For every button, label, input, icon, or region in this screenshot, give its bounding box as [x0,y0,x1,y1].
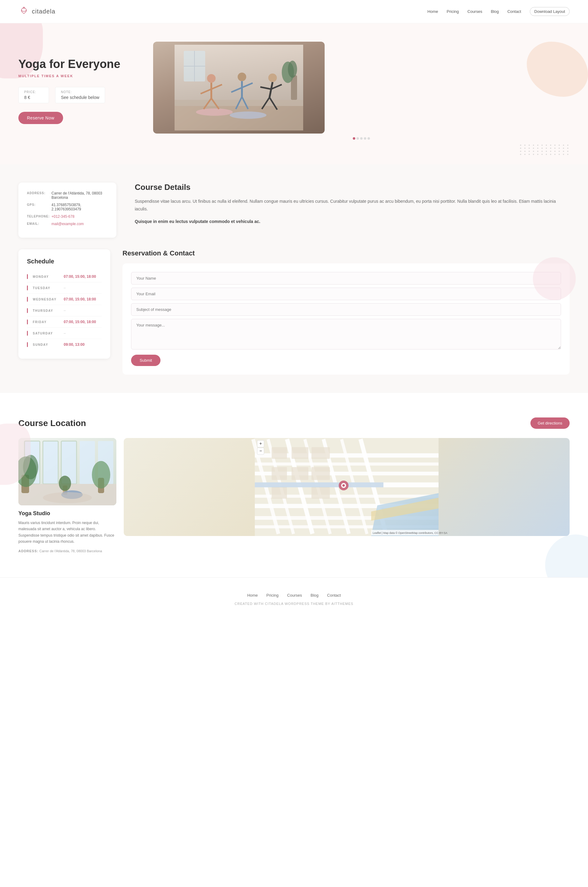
day-monday: MONDAY [33,275,59,278]
footer-nav-contact[interactable]: Contact [327,593,341,597]
studio-address-label: ADDRESS: [18,549,38,553]
address-label: ADDRESS: [27,191,51,195]
top-content-grid: ADDRESS: Carrer de l'Atlàntida, 78, 0800… [18,183,570,246]
nav-blog[interactable]: Blog [491,9,499,14]
nav-download-layout[interactable]: Download Layout [530,7,570,16]
studio-address-value: Carrer de l'Atlàntida, 78, 08003 Barcelo… [39,549,102,553]
svg-rect-71 [291,447,308,459]
info-card: ADDRESS: Carrer de l'Atlàntida, 78, 0800… [18,183,116,238]
decorative-dot [554,151,555,152]
header: citadela Home Pricing Courses Blog Conta… [0,0,588,23]
schedule-card: Schedule MONDAY 07:00, 15:00, 18:00 TUES… [18,249,110,359]
schedule-title: Schedule [27,258,102,265]
note-box: NOTE: See schedule below [55,87,105,103]
time-tuesday: – [64,286,66,290]
map-container[interactable]: + − Leaflet | Map data © OpenStreetMap c… [124,438,570,536]
nav-contact[interactable]: Contact [507,9,521,14]
decorative-dot [546,154,547,155]
studio-address: ADDRESS: Carrer de l'Atlàntida, 78, 0800… [18,549,116,553]
decorative-dot [533,151,534,152]
note-label: NOTE: [61,90,99,94]
decorative-dot [529,151,530,152]
decorative-dot [554,148,555,149]
address-value: Carrer de l'Atlàntida, 78, 08003 Barcelo… [51,191,108,200]
decorative-dot [550,154,551,155]
nav-pricing[interactable]: Pricing [447,9,459,14]
svg-text:−: − [260,449,262,453]
decorative-dot [567,151,568,152]
get-directions-button[interactable]: Get directions [530,417,570,429]
svg-point-13 [207,74,216,83]
svg-rect-33 [43,441,58,484]
svg-point-10 [288,61,297,78]
svg-point-19 [238,73,246,81]
schedule-tuesday: TUESDAY – [27,282,102,294]
decorative-dot [529,154,530,155]
telephone-row: TELEPHONE: +012-345-678 [27,215,108,219]
schedule-bar-tuesday [27,285,28,290]
day-saturday: SATURDAY [33,332,59,335]
decorative-dot [520,154,521,155]
svg-rect-69 [291,467,308,480]
dot-2[interactable] [357,137,359,140]
schedule-saturday: SATURDAY – [27,328,102,339]
decorative-dot [550,151,551,152]
nav-home[interactable]: Home [428,9,438,14]
footer-nav: Home Pricing Courses Blog Contact [18,593,570,597]
svg-rect-68 [272,467,287,480]
decorative-dot [546,151,547,152]
decorative-dot [542,144,543,146]
decorative-dot [533,154,534,155]
decorative-dot [546,144,547,146]
svg-point-45 [92,461,110,489]
footer-nav-home[interactable]: Home [247,593,258,597]
note-value: See schedule below [61,95,99,100]
decorative-dot [529,144,530,146]
telephone-label: TELEPHONE: [27,215,51,218]
nav-courses[interactable]: Courses [467,9,482,14]
decorative-dot [542,154,543,155]
decorative-dot [563,144,564,146]
name-input[interactable] [131,272,561,285]
gps-label: GPS: [27,203,51,206]
decorative-dot [542,151,543,152]
telephone-link[interactable]: +012-345-678 [51,215,74,219]
gps-value: 41.3768575I3879, 2.1907639503479 [51,203,108,211]
decorative-dot [533,144,534,146]
email-input[interactable] [131,288,561,300]
email-link[interactable]: mail@example.com [51,222,84,226]
schedule-bar-wednesday [27,297,28,302]
dot-3[interactable] [360,137,363,140]
dot-5[interactable] [368,137,370,140]
reserve-now-button[interactable]: Reserve Now [18,112,63,124]
course-paragraph-1: Suspendisse vitae lacus arcu. Ut finibus… [135,198,570,213]
email-row: EMAIL: mail@example.com [27,222,108,226]
decorative-dot [567,148,568,149]
footer-nav-blog[interactable]: Blog [310,593,318,597]
svg-point-0 [21,8,26,11]
day-wednesday: WEDNESDAY [33,298,59,301]
submit-button[interactable]: Submit [131,355,160,366]
location-section: Course Location Get directions [0,393,588,577]
logo[interactable]: citadela [18,6,56,18]
decorative-dot [520,148,521,149]
decorative-dot [567,154,568,155]
studio-image [18,438,116,505]
svg-rect-74 [312,467,330,480]
schedule-bar-friday [27,320,28,324]
decorative-dot [554,154,555,155]
svg-rect-75 [312,487,330,498]
subject-input[interactable] [131,303,561,316]
message-textarea[interactable] [131,319,561,350]
footer-nav-pricing[interactable]: Pricing [266,593,279,597]
time-saturday: – [64,331,66,335]
course-paragraph-2: Quisque in enim eu lectus vulputate comm… [135,218,570,225]
dot-1[interactable] [353,137,355,140]
footer-nav-courses[interactable]: Courses [287,593,302,597]
svg-rect-76 [255,482,383,487]
schedule-bar-thursday [27,308,28,313]
schedule-col: Schedule MONDAY 07:00, 15:00, 18:00 TUES… [18,249,110,375]
location-title: Course Location [18,419,86,428]
dot-4[interactable] [364,137,366,140]
svg-point-1 [23,7,24,8]
